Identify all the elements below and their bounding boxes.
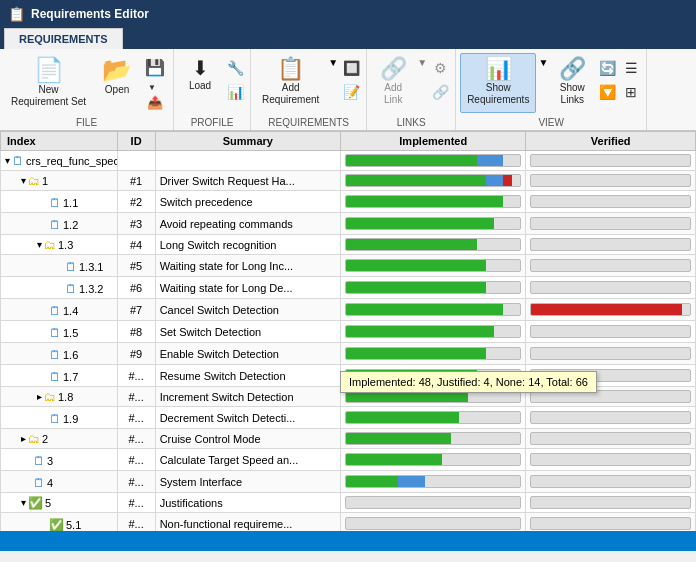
cell-verified <box>526 429 696 449</box>
cell-summary: Avoid repeating commands <box>155 213 340 235</box>
load-icon: ⬇ <box>192 58 209 78</box>
table-row[interactable]: 🗒1.1#2Switch precedence <box>1 191 696 213</box>
cell-implemented <box>341 471 526 493</box>
add-requirement-button[interactable]: 📋 AddRequirement <box>255 53 326 113</box>
tab-requirements[interactable]: REQUIREMENTS <box>4 28 123 49</box>
refresh-button[interactable]: 🔄 <box>596 57 618 79</box>
cell-index: 🗒3 <box>1 449 118 471</box>
table-row[interactable]: 🗒1.3.2#6Waiting state for Long De... <box>1 277 696 299</box>
cell-implemented <box>341 513 526 532</box>
new-doc-icon: 📄 <box>34 58 64 82</box>
cell-implemented <box>341 255 526 277</box>
add-req-dropdown[interactable]: ▼ <box>328 57 338 68</box>
link-icon1[interactable]: ⚙ <box>429 57 451 79</box>
cell-summary: Calculate Target Speed an... <box>155 449 340 471</box>
doc-icon: 🗒 <box>49 412 61 426</box>
link-icon2[interactable]: 🔗 <box>429 81 451 103</box>
cell-summary: Cancel Switch Detection <box>155 299 340 321</box>
table-row[interactable]: 🗒1.5#8Set Switch Detection <box>1 321 696 343</box>
cell-id: #2 <box>117 191 155 213</box>
cell-implemented <box>341 151 526 171</box>
cell-summary: Set Switch Detection <box>155 321 340 343</box>
show-links-button[interactable]: 🔗 ShowLinks <box>550 53 594 113</box>
cell-verified <box>526 277 696 299</box>
export-button[interactable]: 📤 <box>141 93 169 111</box>
cell-summary: Justifications <box>155 493 340 513</box>
cell-summary: Cruise Control Mode <box>155 429 340 449</box>
show-requirements-button[interactable]: 📊 ShowRequirements <box>460 53 536 113</box>
cell-id: #... <box>117 449 155 471</box>
cell-summary: Enable Switch Detection <box>155 343 340 365</box>
view-opt1[interactable]: ☰ <box>620 57 642 79</box>
doc-icon: 🗒 <box>33 454 45 468</box>
filter-button[interactable]: 🔽 <box>596 81 618 103</box>
table-row[interactable]: 🗒3#...Calculate Target Speed an... <box>1 449 696 471</box>
cell-id <box>117 151 155 171</box>
cell-implemented <box>341 321 526 343</box>
table-row[interactable]: 🗒1.2#3Avoid repeating commands <box>1 213 696 235</box>
table-row[interactable]: ▾🗂1.3#4Long Switch recognition <box>1 235 696 255</box>
show-req-dropdown[interactable]: ▼ <box>538 57 548 68</box>
col-header-summary: Summary <box>155 132 340 151</box>
save-button[interactable]: 💾 <box>141 53 169 81</box>
expand-icon[interactable]: ▸ <box>21 433 26 444</box>
load-button[interactable]: ⬇ Load <box>178 53 222 113</box>
cell-summary: Non-functional requireme... <box>155 513 340 532</box>
cell-index: 🗒4 <box>1 471 118 493</box>
cell-implemented <box>341 213 526 235</box>
cell-implemented <box>341 407 526 429</box>
table-row[interactable]: ▾🗂1#1Driver Switch Request Ha... <box>1 171 696 191</box>
req-icon2[interactable]: 📝 <box>340 81 362 103</box>
add-link-icon: 🔗 <box>380 58 407 80</box>
ribbon-group-profile: ⬇ Load 🔧 📊 PROFILE <box>174 49 251 130</box>
cell-summary: Increment Switch Detection <box>155 387 340 407</box>
cell-implemented <box>341 277 526 299</box>
cell-index: ▸🗂2 <box>1 429 118 449</box>
cell-id: #... <box>117 429 155 449</box>
table-row[interactable]: ▸🗂2#...Cruise Control Mode <box>1 429 696 449</box>
col-header-id: ID <box>117 132 155 151</box>
expand-icon[interactable]: ▾ <box>21 175 26 186</box>
req-icon1[interactable]: 🔲 <box>340 57 362 79</box>
cell-index: 🗒1.2 <box>1 213 118 235</box>
table-row[interactable]: ▾🗒crs_req_func_spec* <box>1 151 696 171</box>
save-dropdown[interactable]: ▼ <box>141 82 163 92</box>
tab-bar: REQUIREMENTS <box>0 28 696 49</box>
add-link-button[interactable]: 🔗 AddLink <box>371 53 415 113</box>
table-row[interactable]: ✅5.1#...Non-functional requireme... <box>1 513 696 532</box>
profile-icon1[interactable]: 🔧 <box>224 57 246 79</box>
cell-id: #3 <box>117 213 155 235</box>
expand-icon[interactable]: ▾ <box>21 497 26 508</box>
table-row[interactable]: 🗒1.3.1#5Waiting state for Long Inc... <box>1 255 696 277</box>
doc-icon: 🗒 <box>12 154 24 168</box>
status-bar <box>0 531 696 551</box>
open-icon: 📂 <box>102 58 132 82</box>
view-opt2[interactable]: ⊞ <box>620 81 642 103</box>
add-link-dropdown[interactable]: ▼ <box>417 57 427 68</box>
app-icon: 📋 <box>8 6 25 22</box>
table-body: ▾🗒crs_req_func_spec* ▾🗂1#1Driver Switch … <box>1 151 696 532</box>
table-row[interactable]: 🗒1.6#9Enable Switch Detection <box>1 343 696 365</box>
view-group-label: VIEW <box>460 117 642 128</box>
cell-index: 🗒1.3.2 <box>1 277 118 299</box>
cell-id: #... <box>117 365 155 387</box>
ribbon-group-links: 🔗 AddLink ▼ ⚙ 🔗 LINKS <box>367 49 456 130</box>
table-row[interactable]: 🗒4#...System Interface <box>1 471 696 493</box>
profile-icon2[interactable]: 📊 <box>224 81 246 103</box>
expand-icon[interactable]: ▾ <box>5 155 10 166</box>
show-links-label: ShowLinks <box>560 82 585 106</box>
doc-icon: 🗒 <box>49 218 61 232</box>
cell-id: #... <box>117 407 155 429</box>
open-button[interactable]: 📂 Open <box>95 53 139 113</box>
expand-icon[interactable]: ▸ <box>37 391 42 402</box>
expand-icon[interactable]: ▾ <box>37 239 42 250</box>
table-header-row: Index ID Summary Implemented Verified <box>1 132 696 151</box>
cell-id: #... <box>117 513 155 532</box>
requirements-table: Index ID Summary Implemented Verified ▾🗒… <box>0 131 696 531</box>
doc-icon: 🗒 <box>33 476 45 490</box>
new-requirement-set-button[interactable]: 📄 NewRequirement Set <box>4 53 93 113</box>
table-row[interactable]: ▾✅5#...Justifications <box>1 493 696 513</box>
table-row[interactable]: 🗒1.9#...Decrement Switch Detecti... <box>1 407 696 429</box>
table-row[interactable]: 🗒1.4#7Cancel Switch Detection <box>1 299 696 321</box>
folder-icon: 🗂 <box>28 432 40 446</box>
